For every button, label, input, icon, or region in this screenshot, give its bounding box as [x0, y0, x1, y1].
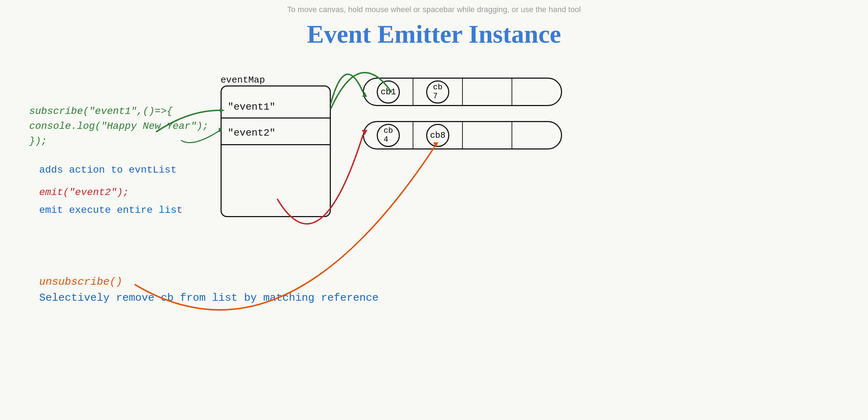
eventmap-row1: "event1": [228, 101, 275, 112]
subscribe-text: subscribe("event1",()=>{console.log("Hap…: [29, 104, 208, 149]
eventmap-row2: "event2": [228, 127, 275, 138]
unsubscribe-text: unsubscribe(): [39, 276, 122, 288]
cb-array-top: cb1 cb7: [363, 78, 562, 106]
selectively-text: Selectively remove cb from list by match…: [39, 292, 379, 304]
cb-cell-7: [463, 122, 512, 148]
cb1-circle: cb1: [377, 80, 400, 104]
cb-cell-1: cb1: [364, 79, 413, 105]
page-title: Event Emitter Instance: [307, 20, 561, 49]
canvas-hint: To move canvas, hold mouse wheel or spac…: [287, 5, 581, 14]
subscribe-line1: subscribe("event1",()=>{console.log("Hap…: [29, 106, 208, 147]
cb4-circle: cb4: [377, 124, 400, 147]
adds-action-text: adds action to evntList: [39, 164, 176, 175]
cb8-circle: cb8: [426, 124, 449, 147]
emit-desc-text: emit execute entire list: [39, 205, 182, 216]
cb-cell-3: [463, 79, 512, 105]
emit-text: emit("event2");: [39, 187, 129, 198]
cb-cell-2: cb7: [413, 79, 463, 105]
cb7-circle: cb7: [426, 80, 449, 104]
cb-cell-4: [512, 79, 561, 105]
eventmap-divider2: [221, 144, 331, 145]
cb-array-bottom: cb4 cb8: [363, 121, 562, 149]
eventmap-label: eventMap: [221, 75, 265, 85]
cb-cell-6: cb8: [413, 122, 463, 148]
cb-cell-8: [512, 122, 561, 148]
eventmap-divider1: [221, 117, 331, 119]
cb-cell-5: cb4: [364, 122, 413, 148]
